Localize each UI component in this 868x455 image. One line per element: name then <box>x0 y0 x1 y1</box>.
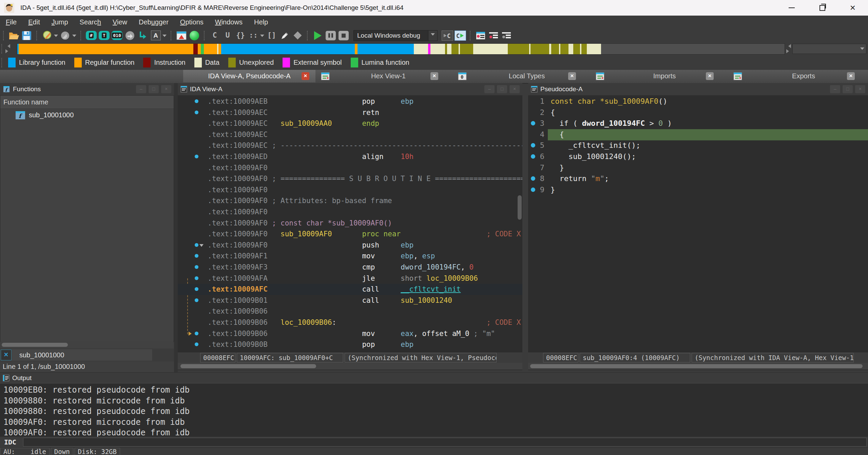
trace-list-button[interactable] <box>488 30 499 41</box>
column-header-function-name[interactable]: Function name <box>0 96 174 109</box>
run-to-cursor-button[interactable]: C <box>455 30 466 41</box>
pseudocode-hscrollbar[interactable] <box>528 363 868 370</box>
disasm-hscrollbar[interactable] <box>178 363 522 370</box>
debug-stop-button[interactable] <box>338 30 349 41</box>
disasm-vscrollbar-thumb[interactable] <box>518 195 522 220</box>
navband-zoom-right-icon[interactable] <box>786 49 791 53</box>
toolbar-drag-handle[interactable] <box>171 31 172 40</box>
tab-ida-view-a-pseudocode-a[interactable]: IDA View-A, Pseudocode-A× <box>183 70 315 82</box>
menu-file[interactable]: File <box>0 18 22 26</box>
pseudocode-line[interactable]: 2{ <box>528 107 868 118</box>
menu-help[interactable]: Help <box>248 18 274 26</box>
edit-button[interactable] <box>279 30 290 41</box>
cli-input[interactable] <box>23 438 867 447</box>
navband-scroll-right-icon[interactable] <box>5 49 10 53</box>
brackets-button[interactable]: [] <box>266 30 277 41</box>
disasm-line[interactable]: .text:10009AF0sub_10009AF0proc near; COD… <box>178 229 522 240</box>
disasm-line[interactable]: .text:10009AF0; const char *sub_10009AF0… <box>178 218 522 229</box>
tab-close-icon[interactable]: × <box>430 72 438 80</box>
disasm-line[interactable]: .text:10009AEC <box>178 129 522 140</box>
minimize-button[interactable] <box>776 0 807 16</box>
disasm-line[interactable]: .text:10009AF3cmpdword_100194FC, 0 <box>178 262 522 273</box>
menu-view[interactable]: View <box>107 18 133 26</box>
demangle-window-button[interactable] <box>176 30 187 41</box>
disasm-line[interactable]: .text:10009B06moveax, offset aM_0 ; "m" <box>178 328 522 339</box>
disasm-line[interactable]: .text:10009AF0pushebp <box>178 240 522 251</box>
jump-operand-button[interactable] <box>137 30 149 41</box>
cli-language-selector[interactable]: IDC <box>4 437 16 448</box>
save-button[interactable] <box>21 30 33 41</box>
diamond-button[interactable] <box>292 30 303 41</box>
disassembly-listing[interactable]: .text:10009AEBpopebp.text:10009AECretn.t… <box>178 95 522 352</box>
restore-button[interactable] <box>807 0 837 16</box>
disasm-line[interactable]: .text:10009AF0 <box>178 184 522 196</box>
scrollbar-thumb[interactable] <box>530 364 863 368</box>
disasm-line[interactable]: .text:10009AEDalign10h <box>178 151 522 162</box>
jump-back-button[interactable] <box>41 30 53 41</box>
scrollbar-thumb[interactable] <box>180 364 316 368</box>
collapse-chevron-icon[interactable] <box>199 244 204 249</box>
jump-forward-button[interactable] <box>60 30 71 41</box>
undefine-button[interactable] <box>124 30 136 41</box>
jump-forward-dropdown-icon[interactable] <box>72 35 76 39</box>
panel-minimize-icon[interactable]: – <box>484 85 495 93</box>
pseudocode-header[interactable]: Pseudocode-A – □ × <box>528 83 868 96</box>
navband-zoom-left-icon[interactable] <box>786 44 791 48</box>
disasm-line[interactable]: .text:10009AF0 <box>178 206 522 218</box>
panel-minimize-icon[interactable]: – <box>830 85 840 93</box>
menu-edit[interactable]: Edit <box>22 18 45 26</box>
disasm-line[interactable]: .text:10009AFAjleshort loc_10009B06 <box>178 273 522 284</box>
struct-button[interactable]: C <box>209 30 220 41</box>
close-button[interactable]: × <box>837 0 868 16</box>
disasm-line[interactable]: .text:10009AFCcall__cfltcvt_init <box>178 284 522 295</box>
disasm-line[interactable]: .text:10009B06loc_10009B06:; CODE X <box>178 317 522 328</box>
tab-close-icon[interactable]: × <box>302 72 309 80</box>
pseudocode-line[interactable]: 4 { <box>528 129 868 140</box>
disasm-line[interactable]: .text:10009AECsub_10009AA0endp <box>178 118 522 129</box>
pseudocode-line[interactable]: 7 } <box>528 162 868 174</box>
tab-hex-view-1[interactable]: Hex View-1× <box>332 70 444 82</box>
pseudocode-line[interactable]: 5 _cfltcvt_init(); <box>528 140 868 151</box>
toolbar-drag-handle[interactable] <box>204 31 205 40</box>
output-log[interactable]: 10009EB0: restored pseudocode from idb10… <box>0 383 868 437</box>
drag-handle[interactable] <box>1 58 3 67</box>
pseudocode-line[interactable]: 6 sub_10001240(); <box>528 151 868 162</box>
attach-process-button[interactable]: C <box>442 30 453 41</box>
make-binary-button[interactable]: 010 <box>111 30 123 41</box>
menu-search[interactable]: Search <box>74 18 107 26</box>
navigation-band[interactable] <box>17 43 785 55</box>
filter-close-button[interactable]: × <box>1 350 12 360</box>
panel-restore-icon[interactable]: □ <box>149 85 159 93</box>
debugger-select[interactable]: Local Windows debug <box>351 30 440 41</box>
debugger-preset-combo[interactable]: Local Windows debug <box>353 30 438 41</box>
disasm-line[interactable]: .text:10009AF0; =============== S U B R … <box>178 173 522 184</box>
panel-close-icon[interactable]: × <box>161 85 171 93</box>
menu-debugger[interactable]: Debugger <box>133 18 174 26</box>
functions-hscrollbar[interactable] <box>0 341 173 348</box>
menu-options[interactable]: Options <box>174 18 209 26</box>
panel-restore-icon[interactable]: □ <box>843 85 853 93</box>
function-row[interactable]: fsub_10001000 <box>0 109 174 121</box>
tab-exports[interactable]: Exports× <box>746 70 861 82</box>
enum-button[interactable]: {} <box>235 30 246 41</box>
menu-jump[interactable]: Jump <box>46 18 74 26</box>
panel-minimize-icon[interactable]: – <box>136 85 146 93</box>
panel-close-icon[interactable]: × <box>855 85 865 93</box>
tab-close-icon[interactable]: × <box>568 72 576 80</box>
toolbar-drag-handle[interactable] <box>307 31 308 40</box>
disasm-line[interactable]: .text:10009AF0; Attributes: bp-based fra… <box>178 195 522 206</box>
make-number-button[interactable]: # <box>85 30 97 41</box>
struct-dropdown-icon[interactable] <box>260 35 264 39</box>
navband-scroll-left-icon[interactable] <box>5 44 10 48</box>
debug-pause-button[interactable] <box>325 30 336 41</box>
make-text-button[interactable]: T <box>98 30 110 41</box>
ida-view-header[interactable]: IDA View-A – □ × <box>178 83 522 96</box>
navband-dropdown[interactable] <box>792 44 866 54</box>
watch-list-button[interactable] <box>501 30 512 41</box>
disasm-line[interactable]: .text:10009AF1movebp, esp <box>178 251 522 262</box>
union-button[interactable]: U <box>222 30 233 41</box>
array-button[interactable]: :: <box>248 30 259 41</box>
pseudocode-line[interactable]: 1const char *sub_10009AF0() <box>528 96 868 107</box>
rename-button[interactable]: A <box>150 30 161 41</box>
disasm-line[interactable]: .text:10009B01callsub_10001240 <box>178 295 522 306</box>
